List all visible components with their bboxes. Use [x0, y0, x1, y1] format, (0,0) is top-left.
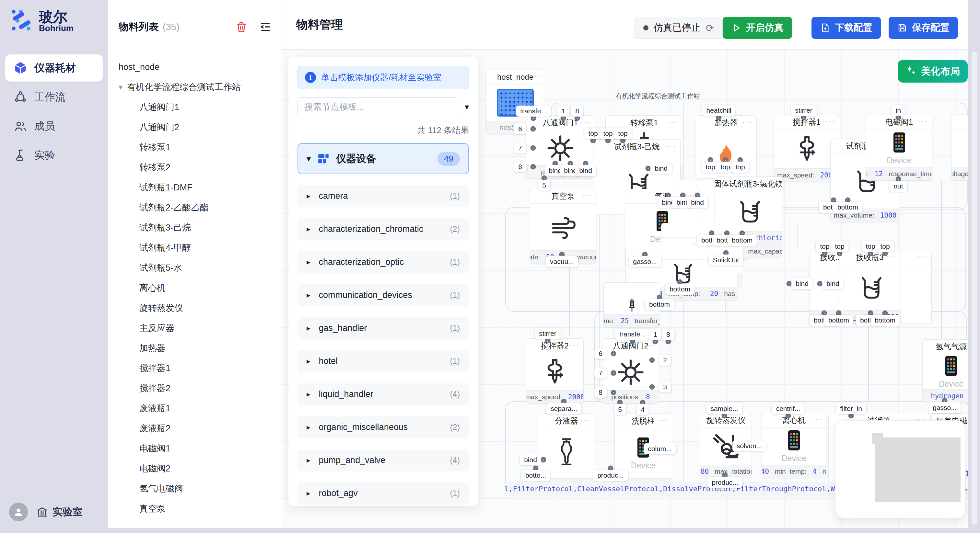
- node-menu-icon[interactable]: ···: [581, 415, 591, 425]
- tree-item[interactable]: 转移泵2: [108, 157, 282, 178]
- template-category-pump_and_valve[interactable]: ▸pump_and_valve(4): [298, 449, 469, 471]
- port-pill-7[interactable]: 7: [594, 368, 607, 379]
- tree-item[interactable]: 转移泵1: [108, 137, 282, 157]
- start-simulation-button[interactable]: 开启仿真: [723, 17, 792, 39]
- port-pill-produc...[interactable]: produc...: [593, 470, 628, 481]
- port-pill-solven...[interactable]: solven...: [732, 440, 766, 451]
- node-menu-icon[interactable]: ···: [582, 190, 592, 200]
- port-pill-heatchill[interactable]: heatchill: [702, 105, 735, 116]
- canvas-node[interactable]: 电磁阀1···Devicevoltage:12response_time:0.1: [866, 115, 932, 181]
- port-pill-8[interactable]: 8: [594, 387, 607, 398]
- search-input[interactable]: [298, 97, 458, 116]
- tree-item[interactable]: 废液瓶2: [108, 418, 282, 438]
- port-pill-6[interactable]: 6: [514, 124, 526, 134]
- avatar[interactable]: [9, 503, 28, 521]
- port-pill-colum...[interactable]: colum...: [644, 443, 676, 454]
- minimap[interactable]: [835, 420, 966, 518]
- simulation-status-pill[interactable]: 仿真已停止 ⟳: [635, 17, 723, 39]
- port-pill-7[interactable]: 7: [514, 143, 526, 154]
- port-pill-top[interactable]: top: [876, 241, 894, 252]
- download-config-button[interactable]: 下载配置: [811, 17, 881, 39]
- port-pill-top[interactable]: top: [731, 162, 749, 173]
- tree-item[interactable]: 废液瓶1: [108, 398, 282, 418]
- tree-item[interactable]: 试剂瓶2-乙酸乙酯: [108, 198, 282, 217]
- tree-item[interactable]: 离心机: [108, 278, 282, 298]
- refresh-icon[interactable]: ⟳: [706, 22, 714, 34]
- port-pill-vacuu...[interactable]: vacuu...: [546, 256, 578, 267]
- port-pill-8[interactable]: 8: [662, 329, 675, 340]
- port-pill-transfe...[interactable]: transfe...: [615, 329, 650, 339]
- node-menu-icon[interactable]: ···: [666, 141, 676, 151]
- beautify-layout-button[interactable]: 美化布局: [898, 60, 968, 82]
- tree-item[interactable]: 主反应器: [108, 318, 282, 338]
- sidebar-item-workflow[interactable]: 工作流: [5, 85, 103, 109]
- port-pill-bind[interactable]: bind: [791, 278, 813, 289]
- port-pill-2[interactable]: 2: [659, 355, 671, 366]
- canvas-node[interactable]: 离心机···Devicetemp:40min_temp:4max_spe: [762, 413, 826, 478]
- port-pill-3[interactable]: 3: [659, 381, 671, 392]
- canvas-node[interactable]: 搅拌器2···max_speed:2000: [526, 338, 584, 404]
- port-pill-bottom[interactable]: bottom: [665, 284, 695, 295]
- node-menu-icon[interactable]: ···: [767, 178, 778, 188]
- node-menu-icon[interactable]: ···: [668, 117, 679, 127]
- scrollbar[interactable]: [972, 52, 977, 525]
- port-pill-bind[interactable]: bind: [520, 454, 541, 465]
- port-pill-6[interactable]: 6: [594, 348, 607, 359]
- port-pill-bind[interactable]: bind: [575, 165, 596, 176]
- tree-item[interactable]: 试剂瓶3-己烷: [108, 217, 282, 238]
- template-category-robot_agv[interactable]: ▸robot_agv(1): [298, 482, 469, 504]
- node-menu-icon[interactable]: ···: [581, 117, 591, 127]
- port-pill-centrif...[interactable]: centrif...: [772, 403, 805, 414]
- template-category-liquid_handler[interactable]: ▸liquid_handler(4): [298, 383, 469, 405]
- port-pill-8[interactable]: 8: [514, 161, 526, 172]
- tree-item[interactable]: host_node: [108, 57, 282, 77]
- sidebar-item-experiments[interactable]: 实验: [5, 143, 103, 168]
- chevron-down-icon[interactable]: ▾: [119, 82, 123, 92]
- node-menu-icon[interactable]: ···: [530, 71, 541, 81]
- node-menu-icon[interactable]: ···: [742, 117, 752, 127]
- template-category-characterization_chromatic[interactable]: ▸characterization_chromatic(2): [298, 218, 469, 240]
- template-category-characterization_optic[interactable]: ▸characterization_optic(1): [298, 251, 469, 273]
- tree-item[interactable]: 试剂瓶5-水: [108, 258, 282, 278]
- delete-trash-icon[interactable]: [235, 21, 248, 33]
- tree-item[interactable]: 搅拌器1: [108, 358, 282, 378]
- port-pill-bottom[interactable]: bottom: [870, 315, 900, 326]
- port-pill-produc...[interactable]: produc...: [708, 477, 743, 488]
- node-menu-icon[interactable]: ···: [812, 414, 822, 425]
- port-pill-bottom[interactable]: bottom: [833, 202, 862, 213]
- tree-item[interactable]: 电磁阀2: [108, 458, 282, 479]
- node-menu-icon[interactable]: ···: [657, 415, 668, 425]
- canvas-node[interactable]: 八通阀门2···positions:8: [602, 338, 659, 404]
- port-pill-bind[interactable]: bind: [822, 278, 843, 289]
- canvas-node[interactable]: ···: [901, 250, 932, 324]
- port-pill-5[interactable]: 5: [614, 404, 626, 415]
- port-pill-bottom[interactable]: bottom: [824, 315, 853, 326]
- tree-item[interactable]: 试剂瓶4-甲醇: [108, 238, 282, 258]
- port-pill-in[interactable]: in: [891, 105, 905, 116]
- node-menu-icon[interactable]: ···: [917, 252, 928, 262]
- port-pill-gasso...[interactable]: gasso...: [929, 402, 961, 413]
- port-pill-filter_in[interactable]: filter_in: [836, 403, 866, 414]
- node-menu-icon[interactable]: ···: [737, 414, 748, 425]
- sidebar-item-members[interactable]: 成员: [5, 114, 103, 139]
- tree-item[interactable]: ▾有机化学流程综合测试工作站: [108, 77, 282, 97]
- port-pill-stirrer[interactable]: stirrer: [791, 105, 817, 116]
- template-category-camera[interactable]: ▸camera(1): [298, 185, 469, 206]
- tree-item[interactable]: 真空泵: [108, 499, 282, 519]
- canvas-node[interactable]: 氢气气源Device_type:hydrogenmax_pre: [922, 339, 968, 403]
- tree-item[interactable]: 氢气电磁阀: [108, 479, 282, 499]
- collapse-list-icon[interactable]: [259, 21, 272, 33]
- tree-item[interactable]: 加热器: [108, 338, 282, 358]
- category-instruments[interactable]: ▾ 仪器设备 49: [298, 143, 469, 174]
- chevron-down-icon[interactable]: ▾: [465, 102, 469, 112]
- tree-item[interactable]: 旋转蒸发仪: [108, 298, 282, 318]
- save-config-button[interactable]: 保存配置: [889, 17, 958, 39]
- node-menu-icon[interactable]: ···: [886, 252, 897, 262]
- template-category-communication_devices[interactable]: ▸communication_devices(1): [298, 284, 469, 306]
- tree-item[interactable]: 八通阀门2: [108, 117, 282, 137]
- port-pill-4[interactable]: 4: [636, 404, 649, 415]
- port-pill-bottom[interactable]: bottom: [727, 235, 757, 246]
- port-pill-stirrer[interactable]: stirrer: [535, 328, 561, 339]
- port-pill-5[interactable]: 5: [538, 180, 550, 191]
- port-pill-1[interactable]: 1: [557, 106, 570, 117]
